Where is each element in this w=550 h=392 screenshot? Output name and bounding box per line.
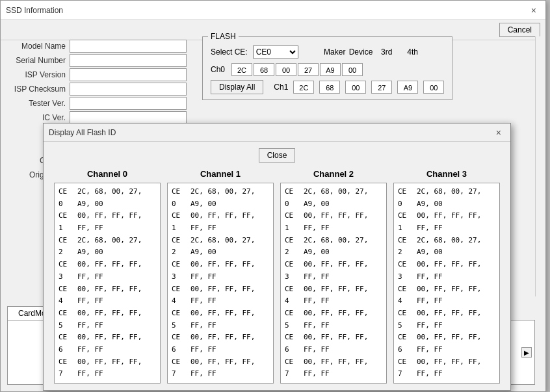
- channel-header-1: Channel 1: [167, 169, 274, 179]
- ce-data-0-0: 2C, 68, 00, 27, A9, 00: [77, 186, 156, 210]
- channel-box-3: CE 02C, 68, 00, 27, A9, 00CE 100, FF, FF…: [393, 183, 500, 384]
- channel-1-row-2: CE 22C, 68, 00, 27, A9, 00: [172, 235, 269, 259]
- maker-header: Maker: [323, 47, 347, 57]
- ce-label-3-7: CE 7: [398, 356, 414, 380]
- ch0-4th: 27: [298, 63, 319, 76]
- ce-label-1-6: CE 6: [172, 332, 188, 356]
- channel-1-row-1: CE 100, FF, FF, FF, FF, FF: [172, 210, 269, 234]
- ce-data-0-5: 00, FF, FF, FF, FF, FF: [77, 307, 156, 332]
- modal-data-area: Channel 0CE 02C, 68, 00, 27, A9, 00CE 10…: [54, 169, 500, 384]
- isp-version-input[interactable]: [70, 68, 187, 81]
- scroll-right-btn[interactable]: ▶: [521, 347, 532, 358]
- serial-number-label: Serial Number: [7, 56, 66, 65]
- model-name-input[interactable]: [70, 40, 187, 53]
- serial-number-row: Serial Number: [7, 54, 202, 67]
- channel-2-row-4: CE 400, FF, FF, FF, FF, FF: [285, 283, 382, 307]
- channel-col-2: Channel 2CE 02C, 68, 00, 27, A9, 00CE 10…: [280, 169, 387, 384]
- ce-label-3-6: CE 6: [398, 332, 414, 356]
- ce-data-0-7: 00, FF, FF, FF, FF, FF: [77, 356, 156, 380]
- ch0-row: Ch0 2C 68 00 27 A9 00: [211, 63, 444, 76]
- channel-0-row-0: CE 02C, 68, 00, 27, A9, 00: [59, 186, 156, 210]
- ch1-label: Ch1: [274, 83, 288, 92]
- channel-col-0: Channel 0CE 02C, 68, 00, 27, A9, 00CE 10…: [54, 169, 161, 384]
- ce-data-2-1: 00, FF, FF, FF, FF, FF: [304, 210, 382, 234]
- ce-label-1-1: CE 1: [172, 210, 188, 234]
- tester-ver-input[interactable]: [70, 97, 187, 110]
- channel-1-row-0: CE 02C, 68, 00, 27, A9, 00: [172, 186, 269, 210]
- cancel-button[interactable]: Cancel: [499, 23, 540, 37]
- ce-label-3-1: CE 1: [398, 210, 414, 234]
- channel-header-2: Channel 2: [280, 169, 387, 179]
- ce-data-1-4: 00, FF, FF, FF, FF, FF: [190, 283, 269, 307]
- ce-label-0-1: CE 1: [59, 210, 75, 234]
- ce-data-1-3: 00, FF, FF, FF, FF, FF: [190, 259, 269, 283]
- ce-data-0-2: 2C, 68, 00, 27, A9, 00: [77, 235, 156, 259]
- main-window: SSD Information × Cancel Model Name Seri…: [0, 0, 546, 392]
- ch0-device: 68: [254, 63, 274, 76]
- flash-ce-select[interactable]: CE0 CE1 CE2 CE3: [253, 45, 298, 59]
- channel-header-3: Channel 3: [393, 169, 500, 179]
- channel-3-row-7: CE 700, FF, FF, FF, FF, FF: [398, 356, 495, 380]
- modal-content: Close Channel 0CE 02C, 68, 00, 27, A9, 0…: [44, 142, 510, 390]
- ce-label-2-3: CE 3: [285, 259, 301, 283]
- ce-label-2-7: CE 7: [285, 356, 301, 380]
- ic-ver-row: IC Ver.: [7, 111, 202, 124]
- ic-ver-label: IC Ver.: [7, 113, 66, 122]
- title-bar: SSD Information ×: [1, 1, 545, 20]
- modal-dialog: Display All Flash ID × Close Channel 0CE…: [43, 123, 511, 391]
- model-name-label: Model Name: [7, 42, 66, 51]
- window-close-button[interactable]: ×: [527, 4, 540, 17]
- ce-data-0-3: 00, FF, FF, FF, FF, FF: [77, 259, 156, 283]
- third-header: 3rd: [375, 47, 399, 57]
- ce-data-1-1: 00, FF, FF, FF, FF, FF: [190, 210, 269, 234]
- channel-1-row-5: CE 500, FF, FF, FF, FF, FF: [172, 307, 269, 332]
- ce-label-1-3: CE 3: [172, 259, 188, 283]
- ce-data-3-2: 2C, 68, 00, 27, A9, 00: [417, 235, 495, 259]
- ch1-6th: 00: [423, 81, 444, 94]
- ce-label-2-5: CE 5: [285, 307, 301, 332]
- modal-close-x-button[interactable]: ×: [492, 126, 505, 139]
- isp-version-row: ISP Version: [7, 68, 202, 81]
- ch1-5th: A9: [397, 81, 418, 94]
- channel-0-row-2: CE 22C, 68, 00, 27, A9, 00: [59, 235, 156, 259]
- channel-box-2: CE 02C, 68, 00, 27, A9, 00CE 100, FF, FF…: [280, 183, 387, 384]
- ce-label-2-4: CE 4: [285, 283, 301, 307]
- ch0-6th: 00: [342, 63, 363, 76]
- ch0-3rd: 00: [276, 63, 296, 76]
- ce-data-2-3: 00, FF, FF, FF, FF, FF: [304, 259, 382, 283]
- isp-checksum-label: ISP Checksum: [7, 85, 66, 94]
- flash-group-legend: FLASH: [208, 32, 239, 41]
- ce-data-2-4: 00, FF, FF, FF, FF, FF: [304, 283, 382, 307]
- ce-label-1-0: CE 0: [172, 186, 188, 210]
- flash-group: FLASH Select CE: CE0 CE1 CE2 CE3 Maker D…: [202, 36, 452, 100]
- ce-data-1-2: 2C, 68, 00, 27, A9, 00: [190, 235, 269, 259]
- channel-0-row-4: CE 400, FF, FF, FF, FF, FF: [59, 283, 156, 307]
- modal-title-bar: Display All Flash ID ×: [44, 124, 510, 142]
- ce-label-3-2: CE 2: [398, 235, 414, 259]
- ce-label-0-2: CE 2: [59, 235, 75, 259]
- model-name-row: Model Name: [7, 40, 202, 53]
- modal-close-button[interactable]: Close: [259, 148, 296, 163]
- channel-3-row-3: CE 300, FF, FF, FF, FF, FF: [398, 259, 495, 283]
- channel-1-row-4: CE 400, FF, FF, FF, FF, FF: [172, 283, 269, 307]
- ce-data-2-5: 00, FF, FF, FF, FF, FF: [304, 307, 382, 332]
- channel-2-row-0: CE 02C, 68, 00, 27, A9, 00: [285, 186, 382, 210]
- ce-data-0-4: 00, FF, FF, FF, FF, FF: [77, 283, 156, 307]
- display-all-row: Display All Ch1 2C 68 00 27 A9 00: [211, 80, 444, 94]
- isp-checksum-input[interactable]: [70, 83, 187, 96]
- channel-col-1: Channel 1CE 02C, 68, 00, 27, A9, 00CE 10…: [167, 169, 274, 384]
- channel-2-row-2: CE 22C, 68, 00, 27, A9, 00: [285, 235, 382, 259]
- channel-3-row-6: CE 600, FF, FF, FF, FF, FF: [398, 332, 495, 356]
- ce-label-0-0: CE 0: [59, 186, 75, 210]
- ch1-3rd: 00: [345, 81, 366, 94]
- ch0-label: Ch0: [211, 65, 230, 74]
- channel-3-row-2: CE 22C, 68, 00, 27, A9, 00: [398, 235, 495, 259]
- ce-label-1-5: CE 5: [172, 307, 188, 332]
- ce-data-2-2: 2C, 68, 00, 27, A9, 00: [304, 235, 382, 259]
- ic-ver-input[interactable]: [70, 111, 187, 124]
- display-all-button[interactable]: Display All: [211, 80, 263, 94]
- ce-data-3-4: 00, FF, FF, FF, FF, FF: [417, 283, 495, 307]
- serial-number-input[interactable]: [70, 54, 187, 67]
- isp-version-label: ISP Version: [7, 70, 66, 79]
- ce-data-0-1: 00, FF, FF, FF, FF, FF: [77, 210, 156, 234]
